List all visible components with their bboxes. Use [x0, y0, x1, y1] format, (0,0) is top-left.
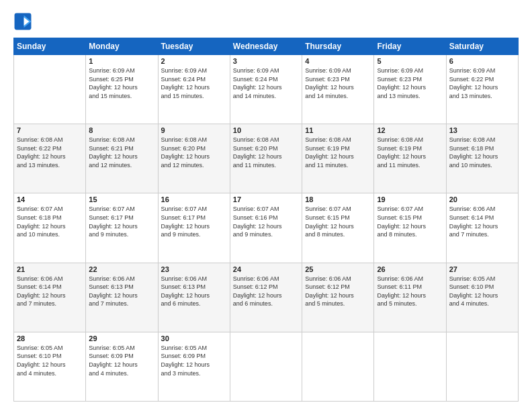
calendar-cell: 29Sunrise: 6:05 AM Sunset: 6:09 PM Dayli… — [86, 332, 158, 401]
calendar-cell: 1Sunrise: 6:09 AM Sunset: 6:25 PM Daylig… — [86, 55, 158, 124]
calendar-cell: 11Sunrise: 6:08 AM Sunset: 6:19 PM Dayli… — [302, 124, 374, 193]
day-number: 20 — [449, 195, 515, 203]
day-number: 18 — [305, 195, 371, 203]
calendar-cell: 3Sunrise: 6:09 AM Sunset: 6:24 PM Daylig… — [230, 55, 302, 124]
day-number: 28 — [17, 334, 83, 342]
day-number: 17 — [233, 195, 299, 203]
day-details: Sunrise: 6:06 AM Sunset: 6:12 PM Dayligh… — [233, 275, 299, 308]
calendar-cell: 9Sunrise: 6:08 AM Sunset: 6:20 PM Daylig… — [158, 124, 230, 193]
day-details: Sunrise: 6:05 AM Sunset: 6:10 PM Dayligh… — [17, 344, 83, 377]
calendar-cell: 17Sunrise: 6:07 AM Sunset: 6:16 PM Dayli… — [230, 193, 302, 263]
day-details: Sunrise: 6:05 AM Sunset: 6:09 PM Dayligh… — [161, 344, 227, 377]
calendar-cell: 18Sunrise: 6:07 AM Sunset: 6:15 PM Dayli… — [302, 193, 374, 263]
day-number: 21 — [17, 265, 83, 273]
calendar-cell: 10Sunrise: 6:08 AM Sunset: 6:20 PM Dayli… — [230, 124, 302, 193]
weekday-header-sunday: Sunday — [14, 38, 86, 55]
day-number: 13 — [449, 126, 515, 134]
day-details: Sunrise: 6:09 AM Sunset: 6:23 PM Dayligh… — [305, 66, 371, 100]
calendar-cell: 25Sunrise: 6:06 AM Sunset: 6:12 PM Dayli… — [302, 263, 374, 332]
calendar-cell — [230, 332, 302, 401]
calendar-cell: 2Sunrise: 6:09 AM Sunset: 6:24 PM Daylig… — [158, 55, 230, 124]
calendar-cell — [446, 332, 518, 401]
calendar-cell: 24Sunrise: 6:06 AM Sunset: 6:12 PM Dayli… — [230, 263, 302, 332]
day-number: 9 — [161, 126, 227, 134]
day-number: 26 — [377, 265, 443, 273]
day-details: Sunrise: 6:09 AM Sunset: 6:22 PM Dayligh… — [449, 66, 515, 100]
calendar-cell: 19Sunrise: 6:07 AM Sunset: 6:15 PM Dayli… — [374, 193, 446, 263]
calendar-cell: 4Sunrise: 6:09 AM Sunset: 6:23 PM Daylig… — [302, 55, 374, 124]
calendar-week-3: 21Sunrise: 6:06 AM Sunset: 6:14 PM Dayli… — [14, 263, 519, 332]
day-details: Sunrise: 6:06 AM Sunset: 6:11 PM Dayligh… — [377, 275, 443, 308]
day-details: Sunrise: 6:09 AM Sunset: 6:25 PM Dayligh… — [89, 66, 154, 100]
day-details: Sunrise: 6:09 AM Sunset: 6:24 PM Dayligh… — [161, 66, 227, 100]
day-number: 15 — [89, 195, 154, 203]
weekday-header-saturday: Saturday — [446, 38, 518, 55]
calendar-cell: 7Sunrise: 6:08 AM Sunset: 6:22 PM Daylig… — [14, 124, 86, 193]
day-number: 1 — [89, 57, 154, 65]
calendar-cell: 22Sunrise: 6:06 AM Sunset: 6:13 PM Dayli… — [86, 263, 158, 332]
day-details: Sunrise: 6:06 AM Sunset: 6:13 PM Dayligh… — [89, 275, 154, 308]
calendar-cell: 5Sunrise: 6:09 AM Sunset: 6:23 PM Daylig… — [374, 55, 446, 124]
day-details: Sunrise: 6:08 AM Sunset: 6:22 PM Dayligh… — [17, 136, 83, 169]
logo — [13, 12, 35, 31]
calendar-header: SundayMondayTuesdayWednesdayThursdayFrid… — [14, 38, 519, 55]
page: SundayMondayTuesdayWednesdayThursdayFrid… — [0, 0, 532, 411]
day-number: 8 — [89, 126, 154, 134]
day-details: Sunrise: 6:07 AM Sunset: 6:16 PM Dayligh… — [233, 205, 299, 238]
calendar-cell: 14Sunrise: 6:07 AM Sunset: 6:18 PM Dayli… — [14, 193, 86, 263]
day-number: 10 — [233, 126, 299, 134]
day-number: 16 — [161, 195, 227, 203]
calendar-cell: 8Sunrise: 6:08 AM Sunset: 6:21 PM Daylig… — [86, 124, 158, 193]
day-number: 3 — [233, 57, 299, 65]
header — [13, 12, 519, 31]
day-number: 23 — [161, 265, 227, 273]
calendar-week-1: 7Sunrise: 6:08 AM Sunset: 6:22 PM Daylig… — [14, 124, 519, 193]
day-number: 24 — [233, 265, 299, 273]
calendar-cell: 20Sunrise: 6:06 AM Sunset: 6:14 PM Dayli… — [446, 193, 518, 263]
weekday-header-monday: Monday — [86, 38, 158, 55]
day-number: 27 — [449, 265, 515, 273]
day-details: Sunrise: 6:08 AM Sunset: 6:19 PM Dayligh… — [377, 136, 443, 169]
day-details: Sunrise: 6:06 AM Sunset: 6:14 PM Dayligh… — [449, 205, 515, 238]
day-details: Sunrise: 6:07 AM Sunset: 6:17 PM Dayligh… — [161, 205, 227, 238]
calendar-cell — [302, 332, 374, 401]
weekday-header-row: SundayMondayTuesdayWednesdayThursdayFrid… — [14, 38, 519, 55]
day-number: 5 — [377, 57, 443, 65]
day-details: Sunrise: 6:07 AM Sunset: 6:18 PM Dayligh… — [17, 205, 83, 238]
day-number: 19 — [377, 195, 443, 203]
calendar-cell — [374, 332, 446, 401]
calendar-cell: 26Sunrise: 6:06 AM Sunset: 6:11 PM Dayli… — [374, 263, 446, 332]
weekday-header-friday: Friday — [374, 38, 446, 55]
calendar-cell: 30Sunrise: 6:05 AM Sunset: 6:09 PM Dayli… — [158, 332, 230, 401]
day-details: Sunrise: 6:08 AM Sunset: 6:21 PM Dayligh… — [89, 136, 154, 169]
day-details: Sunrise: 6:05 AM Sunset: 6:10 PM Dayligh… — [449, 275, 515, 308]
day-number: 4 — [305, 57, 371, 65]
day-number: 2 — [161, 57, 227, 65]
calendar-cell: 6Sunrise: 6:09 AM Sunset: 6:22 PM Daylig… — [446, 55, 518, 124]
calendar-cell: 21Sunrise: 6:06 AM Sunset: 6:14 PM Dayli… — [14, 263, 86, 332]
day-details: Sunrise: 6:09 AM Sunset: 6:23 PM Dayligh… — [377, 66, 443, 100]
calendar-table: SundayMondayTuesdayWednesdayThursdayFrid… — [13, 38, 519, 402]
weekday-header-thursday: Thursday — [302, 38, 374, 55]
day-details: Sunrise: 6:08 AM Sunset: 6:20 PM Dayligh… — [161, 136, 227, 169]
day-details: Sunrise: 6:09 AM Sunset: 6:24 PM Dayligh… — [233, 66, 299, 100]
calendar-cell: 16Sunrise: 6:07 AM Sunset: 6:17 PM Dayli… — [158, 193, 230, 263]
calendar-cell: 27Sunrise: 6:05 AM Sunset: 6:10 PM Dayli… — [446, 263, 518, 332]
calendar-week-2: 14Sunrise: 6:07 AM Sunset: 6:18 PM Dayli… — [14, 193, 519, 263]
day-details: Sunrise: 6:08 AM Sunset: 6:18 PM Dayligh… — [449, 136, 515, 169]
day-details: Sunrise: 6:08 AM Sunset: 6:19 PM Dayligh… — [305, 136, 371, 169]
calendar-cell: 23Sunrise: 6:06 AM Sunset: 6:13 PM Dayli… — [158, 263, 230, 332]
day-details: Sunrise: 6:07 AM Sunset: 6:15 PM Dayligh… — [305, 205, 371, 238]
day-number: 14 — [17, 195, 83, 203]
day-details: Sunrise: 6:06 AM Sunset: 6:14 PM Dayligh… — [17, 275, 83, 308]
day-details: Sunrise: 6:06 AM Sunset: 6:13 PM Dayligh… — [161, 275, 227, 308]
day-details: Sunrise: 6:06 AM Sunset: 6:12 PM Dayligh… — [305, 275, 371, 308]
day-number: 29 — [89, 334, 154, 342]
day-details: Sunrise: 6:05 AM Sunset: 6:09 PM Dayligh… — [89, 344, 154, 377]
day-number: 6 — [449, 57, 515, 65]
day-number: 22 — [89, 265, 154, 273]
calendar-cell: 12Sunrise: 6:08 AM Sunset: 6:19 PM Dayli… — [374, 124, 446, 193]
calendar-week-0: 1Sunrise: 6:09 AM Sunset: 6:25 PM Daylig… — [14, 55, 519, 124]
day-number: 12 — [377, 126, 443, 134]
weekday-header-wednesday: Wednesday — [230, 38, 302, 55]
